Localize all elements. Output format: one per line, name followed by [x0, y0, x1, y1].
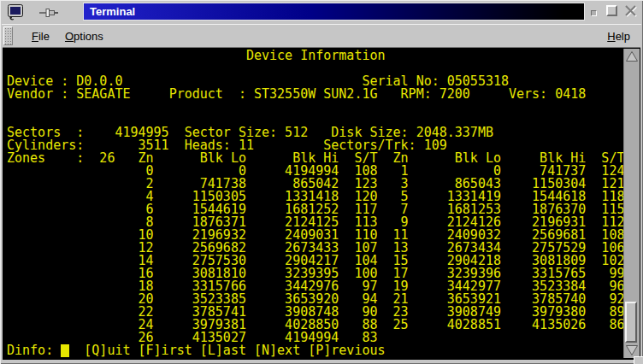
terminal-screen[interactable]: Device Information Device : D0.0.0 Seria…: [3, 47, 640, 360]
resize-corner[interactable]: [634, 356, 643, 364]
terminal-line: Vendor : SEAGATE Product : ST32550W SUN2…: [7, 88, 623, 101]
terminal-line: Device Information: [7, 50, 623, 62]
scroll-up-arrow-icon[interactable]: [624, 50, 640, 63]
close-button[interactable]: [623, 3, 639, 19]
window-title: Terminal: [84, 3, 135, 20]
menu-options[interactable]: Options: [61, 27, 108, 45]
menu-file[interactable]: File: [27, 27, 54, 45]
terminal-line: Dinfo: [Q]uit [F]irst [L]ast [N]ext [P]r…: [7, 344, 623, 357]
scrollbar-thumb[interactable]: [625, 302, 637, 343]
terminal-app-icon[interactable]: [6, 3, 25, 21]
maximize-button[interactable]: [606, 5, 617, 16]
menubar: File Options Help: [2, 24, 641, 47]
titlebar[interactable]: Terminal: [0, 0, 643, 24]
pushpin-icon[interactable]: [38, 7, 60, 19]
terminal-text: Device Information Device : D0.0.0 Seria…: [7, 50, 623, 357]
scroll-down-arrow-icon[interactable]: [624, 343, 640, 357]
titlebar-gradient[interactable]: Terminal: [83, 3, 585, 21]
minimize-button[interactable]: [591, 10, 597, 16]
scrollbar[interactable]: [623, 49, 640, 358]
menu-help[interactable]: Help: [603, 27, 634, 45]
terminal-window: Terminal File Options Help Device Inform…: [0, 0, 643, 364]
text-cursor: [61, 344, 69, 357]
terminal-line: [7, 101, 623, 114]
menubar-grip[interactable]: [3, 26, 13, 45]
